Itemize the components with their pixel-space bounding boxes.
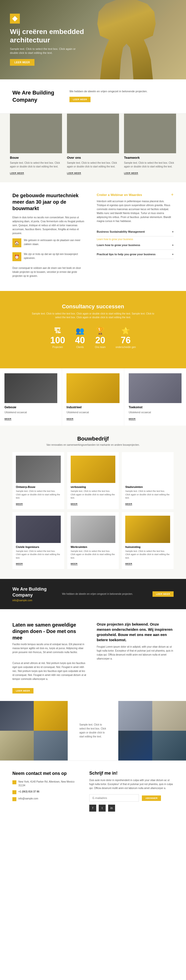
subscribe-button[interactable]: ABONNER <box>142 795 161 801</box>
badge-1: 🏠 We geloven in vertrouwen op de plaatse… <box>13 239 87 249</box>
banner-cta-button[interactable]: LEER MEER <box>153 591 173 597</box>
accordion-header-1[interactable]: Business Sustainability Management + <box>97 230 173 233</box>
bb-img-5 <box>71 515 116 543</box>
cards-row: Gebouw Uitstekend occaecat MEER Industri… <box>0 368 186 426</box>
stats-section: Consultancy successen Sample text. Click… <box>0 291 186 368</box>
gebouwde-right-content: Interdum velit accumsan in pellentesque … <box>97 199 173 223</box>
contact-email[interactable]: info@sample.com <box>18 797 38 800</box>
laten-para2: Cursus at amet ultrices at nisl. Nisl pr… <box>13 661 87 681</box>
photo-4 <box>34 731 67 760</box>
accordion-link-1[interactable]: Learn how to grow your business <box>97 238 173 240</box>
photo-2 <box>0 731 34 760</box>
bb-cta-4[interactable]: MEER <box>16 563 23 565</box>
accordion-header-2[interactable]: Learn how to grow your business + <box>97 243 173 247</box>
industrieel-card-img <box>67 373 119 403</box>
bb-img-1 <box>16 456 61 483</box>
card-industrieel: Industrieel Uitstekend occaecat MEER <box>62 368 124 426</box>
gebouwde-right-title: Creëer a Webinar en Waardes <box>97 193 142 197</box>
stat-label-0: Projecten <box>50 346 65 348</box>
over-cta[interactable]: LEER MEER <box>67 172 81 175</box>
gebouwde-title: De gebouwde muurtechniek meer dan 30 jaa… <box>13 192 87 212</box>
contact-section: Neem contact met ons op New York, 4140 P… <box>0 760 186 821</box>
bb-text-6: Sample text. Click to select the text bo… <box>125 550 170 560</box>
toekomst-card-cta[interactable]: MEER <box>129 418 136 420</box>
bb-item-1: Ontwerp-Bouw Sample text. Click to selec… <box>13 452 64 509</box>
laten-section: Laten we samen geweldige dingen doen - D… <box>0 609 186 701</box>
building-intro-cta[interactable]: LEER MEER <box>70 97 91 102</box>
bb-cta-6[interactable]: MEER <box>125 563 132 565</box>
stats-row: 🏗 100 Projecten 👥 40 Clients 🏆 20 Ons te… <box>13 327 173 348</box>
contact-email-item: info@sample.com <box>13 797 82 801</box>
bb-text-3: Sample text. Click to select the text bo… <box>125 490 170 500</box>
gebouw-card-text: Uitstekend occaecat <box>5 410 57 414</box>
gebouwde-right: Creëer a Webinar en Waardes + Interdum v… <box>97 192 173 281</box>
hero-content: Wij creëren embedded architectuur Sample… <box>0 4 94 75</box>
banner-email: info@sample.com <box>13 599 52 602</box>
banner-left: We Are Building Company info@sample.com <box>13 586 52 602</box>
stat-label-1: Clients <box>75 346 85 348</box>
gebouw-card-cta[interactable]: MEER <box>5 418 11 420</box>
building-intro-desc: We hebben de ideeën en vrijen omgezet in… <box>70 89 173 94</box>
bouw-cta[interactable]: LEER MEER <box>10 172 24 175</box>
photo-text-area: Sample text. Click to select the text bo… <box>68 701 119 760</box>
hero-cta-button[interactable]: LEER MEER <box>10 59 35 66</box>
over-text: Sample text. Click to select the text bo… <box>67 161 119 169</box>
stat-num-0: 100 <box>50 336 65 345</box>
accordion-plus-1[interactable]: + <box>172 230 173 233</box>
twitter-icon[interactable]: t <box>99 805 106 811</box>
expand-icon[interactable]: + <box>171 192 173 197</box>
bb-item-6: huisvesting Sample text. Click to select… <box>122 512 173 569</box>
photo-1 <box>0 701 34 731</box>
photo-caption: Sample text. Click to select the text bo… <box>79 723 107 739</box>
bouwbedrijf-title: Bouwbedrijf <box>13 436 173 442</box>
photo-8 <box>152 731 186 760</box>
bb-cta-1[interactable]: MEER <box>16 503 23 506</box>
bb-text-2: Sample text. Click to select the text bo… <box>71 490 116 500</box>
contact-phone[interactable]: +1 (063) 816 37 86 <box>18 790 40 794</box>
accordion-title-1: Business Sustainability Management <box>97 230 145 233</box>
stat-icon-3: ⭐ <box>116 327 136 335</box>
bb-img-6 <box>125 515 170 543</box>
bb-title-3: Stadsruimten <box>125 485 170 488</box>
phone-icon <box>13 790 16 794</box>
accordion-plus-2[interactable]: + <box>172 243 173 247</box>
bouw-text: Sample text. Click to select the text bo… <box>10 161 62 169</box>
bb-cta-5[interactable]: MEER <box>71 563 78 565</box>
industrieel-card-text: Uitstekend occaecat <box>67 410 119 414</box>
team-image <box>124 114 176 153</box>
facebook-icon[interactable]: f <box>89 805 96 811</box>
bb-cta-3[interactable]: MEER <box>125 503 132 506</box>
social-row: f t in <box>89 805 173 811</box>
industrieel-card-cta[interactable]: MEER <box>67 418 73 420</box>
stat-icon-1: 👥 <box>75 327 85 335</box>
instagram-icon[interactable]: in <box>108 805 115 811</box>
image-cards-section: Bouw Sample text. Click to select the te… <box>0 114 186 182</box>
laten-right: Onze projecten zijn bekwend. Onze mensen… <box>97 622 173 694</box>
industrieel-card-title: Industrieel <box>67 406 119 409</box>
photo-gallery: Sample text. Click to select the text bo… <box>0 701 186 760</box>
badge-text-2: We zijn er trots op dat we op tijd een b… <box>24 252 87 260</box>
accordion-title-3: Practical tips to help you grow your bus… <box>97 253 156 256</box>
clock-icon: ⏰ <box>14 255 19 259</box>
bb-img-3 <box>125 456 170 483</box>
contact-address: New York, 4140 Parker Rd. Allentown, New… <box>18 780 82 787</box>
logo-icon <box>12 16 17 21</box>
bb-item-2: verbouwing Sample text. Click to select … <box>67 452 119 509</box>
stat-num-2: 20 <box>95 336 106 345</box>
bouw-image <box>10 114 62 153</box>
hero-title: Wij creëren embedded architectuur <box>10 27 84 44</box>
hero-section: Wij creëren embedded architectuur Sample… <box>0 0 186 80</box>
gebouwde-left: De gebouwde muurtechniek meer dan 30 jaa… <box>13 192 87 281</box>
photo-col-1 <box>0 701 34 760</box>
accordion-header-3[interactable]: Practical tips to help you grow your bus… <box>97 253 173 256</box>
photo-text-inner: Sample text. Click to select the text bo… <box>75 718 111 744</box>
laten-cta-button[interactable]: LEER MEER <box>13 688 33 694</box>
building-intro-right: We hebben de ideeën en vrijen omgezet in… <box>70 89 173 102</box>
laten-right-para: Feugiat Lorem ipsum dolor sit in adipisi… <box>97 645 173 661</box>
toekomst-card-img <box>129 373 181 403</box>
bb-cta-2[interactable]: MEER <box>71 503 78 506</box>
team-cta[interactable]: LEER MEER <box>124 172 138 175</box>
accordion-plus-3[interactable]: + <box>172 253 173 256</box>
bb-title-5: Werkruimten <box>71 546 116 549</box>
email-input[interactable] <box>89 794 139 802</box>
